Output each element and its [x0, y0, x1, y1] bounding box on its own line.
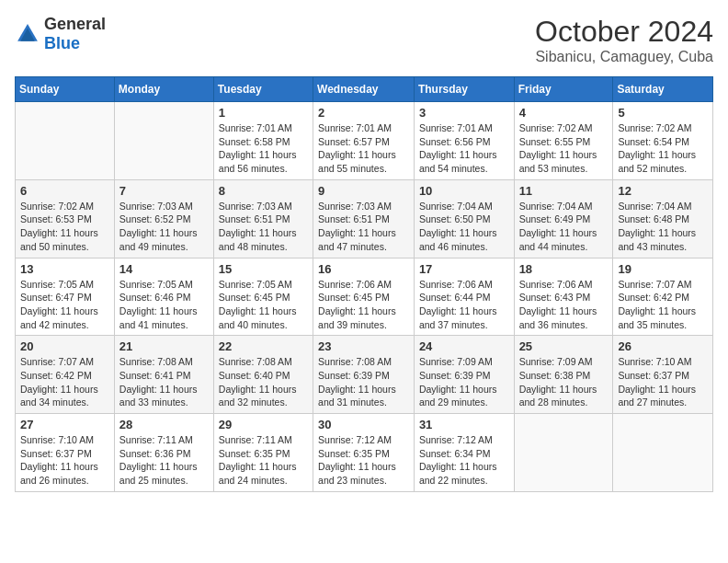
header-monday: Monday	[114, 77, 213, 102]
day-number: 5	[618, 106, 708, 120]
header-friday: Friday	[514, 77, 613, 102]
logo-text: General Blue	[44, 15, 106, 53]
day-info: Sunrise: 7:04 AMSunset: 6:49 PMDaylight:…	[519, 200, 609, 254]
calendar-cell: 26 Sunrise: 7:10 AMSunset: 6:37 PMDaylig…	[613, 336, 713, 414]
day-info: Sunrise: 7:12 AMSunset: 6:35 PMDaylight:…	[318, 433, 409, 488]
calendar-cell: 10 Sunrise: 7:04 AMSunset: 6:50 PMDaylig…	[414, 179, 514, 258]
calendar-cell: 31 Sunrise: 7:12 AMSunset: 6:34 PMDaylig…	[414, 414, 514, 492]
calendar-cell: 27 Sunrise: 7:10 AMSunset: 6:37 PMDaylig…	[16, 414, 115, 492]
calendar-cell: 22 Sunrise: 7:08 AMSunset: 6:40 PMDaylig…	[213, 336, 313, 414]
calendar-cell: 2 Sunrise: 7:01 AMSunset: 6:57 PMDayligh…	[313, 102, 415, 180]
calendar-week-3: 20 Sunrise: 7:07 AMSunset: 6:42 PMDaylig…	[16, 336, 713, 414]
calendar-cell	[114, 102, 213, 180]
day-number: 10	[419, 184, 509, 198]
calendar-cell	[613, 414, 713, 492]
day-number: 18	[519, 262, 609, 276]
day-info: Sunrise: 7:09 AMSunset: 6:39 PMDaylight:…	[419, 355, 509, 409]
day-info: Sunrise: 7:02 AMSunset: 6:53 PMDaylight:…	[20, 200, 109, 254]
day-number: 13	[20, 262, 109, 276]
day-number: 21	[119, 339, 209, 353]
calendar-cell: 21 Sunrise: 7:08 AMSunset: 6:41 PMDaylig…	[114, 336, 213, 414]
day-info: Sunrise: 7:08 AMSunset: 6:40 PMDaylight:…	[219, 355, 308, 409]
day-number: 8	[219, 184, 308, 198]
day-number: 19	[618, 262, 708, 276]
calendar-cell: 5 Sunrise: 7:02 AMSunset: 6:54 PMDayligh…	[613, 102, 713, 180]
page-header: General Blue October 2024 Sibanicu, Cama…	[15, 15, 713, 65]
calendar-cell: 12 Sunrise: 7:04 AMSunset: 6:48 PMDaylig…	[613, 179, 713, 258]
day-info: Sunrise: 7:01 AMSunset: 6:58 PMDaylight:…	[219, 121, 308, 176]
header-tuesday: Tuesday	[213, 77, 313, 102]
calendar-cell: 8 Sunrise: 7:03 AMSunset: 6:51 PMDayligh…	[213, 179, 313, 258]
calendar-cell: 28 Sunrise: 7:11 AMSunset: 6:36 PMDaylig…	[114, 414, 213, 492]
day-number: 4	[519, 106, 609, 120]
day-number: 16	[318, 262, 409, 276]
calendar-body: 1 Sunrise: 7:01 AMSunset: 6:58 PMDayligh…	[16, 102, 713, 492]
calendar-cell: 25 Sunrise: 7:09 AMSunset: 6:38 PMDaylig…	[514, 336, 613, 414]
calendar-cell	[514, 414, 613, 492]
day-number: 26	[618, 339, 708, 353]
day-number: 7	[119, 184, 209, 198]
day-info: Sunrise: 7:02 AMSunset: 6:55 PMDaylight:…	[519, 121, 609, 176]
day-info: Sunrise: 7:08 AMSunset: 6:41 PMDaylight:…	[119, 355, 209, 409]
day-number: 31	[419, 418, 509, 431]
calendar-cell: 3 Sunrise: 7:01 AMSunset: 6:56 PMDayligh…	[414, 102, 514, 180]
day-number: 11	[519, 184, 609, 198]
calendar-cell: 7 Sunrise: 7:03 AMSunset: 6:52 PMDayligh…	[114, 179, 213, 258]
day-info: Sunrise: 7:03 AMSunset: 6:51 PMDaylight:…	[219, 200, 308, 254]
calendar-table: Sunday Monday Tuesday Wednesday Thursday…	[15, 76, 713, 492]
calendar-header: Sunday Monday Tuesday Wednesday Thursday…	[16, 77, 713, 102]
logo: General Blue	[15, 15, 106, 53]
day-info: Sunrise: 7:01 AMSunset: 6:57 PMDaylight:…	[318, 121, 409, 176]
logo-general: General	[44, 15, 106, 33]
calendar-title: October 2024	[535, 15, 713, 49]
calendar-cell: 30 Sunrise: 7:12 AMSunset: 6:35 PMDaylig…	[313, 414, 415, 492]
day-info: Sunrise: 7:05 AMSunset: 6:47 PMDaylight:…	[20, 278, 109, 332]
day-info: Sunrise: 7:11 AMSunset: 6:35 PMDaylight:…	[219, 433, 308, 488]
day-number: 15	[219, 262, 308, 276]
weekday-row: Sunday Monday Tuesday Wednesday Thursday…	[16, 77, 713, 102]
title-block: October 2024 Sibanicu, Camaguey, Cuba	[535, 15, 713, 65]
calendar-week-1: 6 Sunrise: 7:02 AMSunset: 6:53 PMDayligh…	[16, 179, 713, 258]
day-number: 1	[219, 106, 308, 120]
calendar-cell: 24 Sunrise: 7:09 AMSunset: 6:39 PMDaylig…	[414, 336, 514, 414]
calendar-cell: 17 Sunrise: 7:06 AMSunset: 6:44 PMDaylig…	[414, 258, 514, 336]
header-thursday: Thursday	[414, 77, 514, 102]
day-info: Sunrise: 7:04 AMSunset: 6:48 PMDaylight:…	[618, 200, 708, 254]
day-info: Sunrise: 7:05 AMSunset: 6:46 PMDaylight:…	[119, 278, 209, 332]
calendar-cell: 18 Sunrise: 7:06 AMSunset: 6:43 PMDaylig…	[514, 258, 613, 336]
day-info: Sunrise: 7:06 AMSunset: 6:43 PMDaylight:…	[519, 278, 609, 332]
calendar-week-2: 13 Sunrise: 7:05 AMSunset: 6:47 PMDaylig…	[16, 258, 713, 336]
calendar-cell: 29 Sunrise: 7:11 AMSunset: 6:35 PMDaylig…	[213, 414, 313, 492]
day-info: Sunrise: 7:12 AMSunset: 6:34 PMDaylight:…	[419, 433, 509, 488]
day-info: Sunrise: 7:11 AMSunset: 6:36 PMDaylight:…	[119, 433, 209, 488]
day-number: 20	[20, 339, 109, 353]
day-number: 27	[20, 418, 109, 431]
day-info: Sunrise: 7:04 AMSunset: 6:50 PMDaylight:…	[419, 200, 509, 254]
day-info: Sunrise: 7:07 AMSunset: 6:42 PMDaylight:…	[20, 355, 109, 409]
day-info: Sunrise: 7:06 AMSunset: 6:45 PMDaylight:…	[318, 278, 409, 332]
calendar-cell: 23 Sunrise: 7:08 AMSunset: 6:39 PMDaylig…	[313, 336, 415, 414]
calendar-cell: 20 Sunrise: 7:07 AMSunset: 6:42 PMDaylig…	[16, 336, 115, 414]
logo-blue: Blue	[44, 34, 80, 52]
calendar-cell: 6 Sunrise: 7:02 AMSunset: 6:53 PMDayligh…	[16, 179, 115, 258]
day-info: Sunrise: 7:09 AMSunset: 6:38 PMDaylight:…	[519, 355, 609, 409]
day-info: Sunrise: 7:08 AMSunset: 6:39 PMDaylight:…	[318, 355, 409, 409]
day-number: 23	[318, 339, 409, 353]
day-info: Sunrise: 7:03 AMSunset: 6:51 PMDaylight:…	[318, 200, 409, 254]
day-number: 9	[318, 184, 409, 198]
day-number: 17	[419, 262, 509, 276]
calendar-cell: 1 Sunrise: 7:01 AMSunset: 6:58 PMDayligh…	[213, 102, 313, 180]
day-number: 28	[119, 418, 209, 431]
calendar-subtitle: Sibanicu, Camaguey, Cuba	[535, 49, 713, 65]
logo-icon	[15, 21, 40, 47]
day-number: 24	[419, 339, 509, 353]
day-number: 2	[318, 106, 409, 120]
day-number: 29	[219, 418, 308, 431]
calendar-week-4: 27 Sunrise: 7:10 AMSunset: 6:37 PMDaylig…	[16, 414, 713, 492]
calendar-week-0: 1 Sunrise: 7:01 AMSunset: 6:58 PMDayligh…	[16, 102, 713, 180]
calendar-cell: 16 Sunrise: 7:06 AMSunset: 6:45 PMDaylig…	[313, 258, 415, 336]
day-info: Sunrise: 7:05 AMSunset: 6:45 PMDaylight:…	[219, 278, 308, 332]
calendar-cell: 4 Sunrise: 7:02 AMSunset: 6:55 PMDayligh…	[514, 102, 613, 180]
header-sunday: Sunday	[16, 77, 115, 102]
day-info: Sunrise: 7:02 AMSunset: 6:54 PMDaylight:…	[618, 121, 708, 176]
